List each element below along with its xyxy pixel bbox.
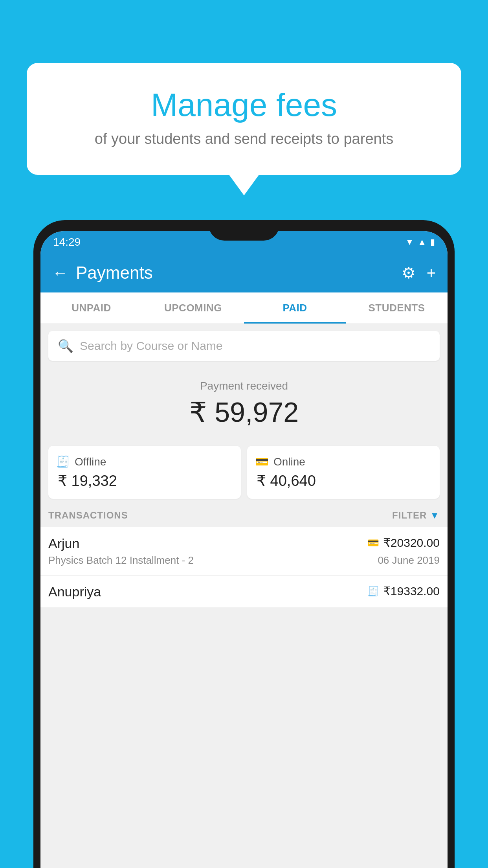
battery-icon: ▮ xyxy=(430,237,435,247)
payment-received-amount: ₹ 59,972 xyxy=(48,396,440,428)
offline-card-header: 🧾 Offline xyxy=(56,455,106,468)
app-bar-left: ← Payments xyxy=(52,263,153,283)
filter-label: FILTER xyxy=(392,510,427,521)
transaction-type-icon-2: 🧾 xyxy=(367,586,379,597)
filter-icon: ▼ xyxy=(430,510,440,521)
transaction-course-1: Physics Batch 12 Installment - 2 xyxy=(48,554,194,566)
transaction-row-2: Anupriya 🧾 ₹19332.00 xyxy=(48,584,440,600)
offline-amount: ₹ 19,332 xyxy=(56,472,117,489)
speech-bubble-subtitle: of your students and send receipts to pa… xyxy=(46,131,442,147)
transaction-amount-1: ₹20320.00 xyxy=(383,536,440,550)
tab-paid[interactable]: PAID xyxy=(244,292,346,324)
online-label: Online xyxy=(273,456,305,468)
transaction-date-1: 06 June 2019 xyxy=(378,554,440,566)
status-icons: ▼ ▲ ▮ xyxy=(405,237,435,247)
add-button[interactable]: + xyxy=(427,264,436,282)
transaction-amount-2: ₹19332.00 xyxy=(383,584,440,598)
transaction-amount-wrap-2: 🧾 ₹19332.00 xyxy=(367,584,440,598)
wifi-icon: ▼ xyxy=(405,237,414,247)
table-row[interactable]: Arjun 💳 ₹20320.00 Physics Batch 12 Insta… xyxy=(40,527,448,576)
tab-unpaid[interactable]: UNPAID xyxy=(40,292,142,324)
tab-upcoming[interactable]: UPCOMING xyxy=(142,292,244,324)
offline-label: Offline xyxy=(75,456,106,468)
search-icon: 🔍 xyxy=(58,338,73,353)
online-card: 💳 Online ₹ 40,640 xyxy=(247,446,440,499)
settings-button[interactable]: ⚙ xyxy=(402,264,416,282)
search-container[interactable]: 🔍 Search by Course or Name xyxy=(48,331,440,361)
app-bar-right: ⚙ + xyxy=(402,264,436,282)
search-input[interactable]: Search by Course or Name xyxy=(80,339,223,353)
payment-received-section: Payment received ₹ 59,972 xyxy=(40,368,448,446)
phone-notch xyxy=(209,220,279,241)
transaction-detail-row-1: Physics Batch 12 Installment - 2 06 June… xyxy=(48,554,440,566)
speech-bubble: Manage fees of your students and send re… xyxy=(27,63,461,175)
speech-bubble-title: Manage fees xyxy=(46,86,442,123)
online-icon: 💳 xyxy=(255,455,269,468)
transaction-list: Arjun 💳 ₹20320.00 Physics Batch 12 Insta… xyxy=(40,527,448,607)
transaction-row-1: Arjun 💳 ₹20320.00 xyxy=(48,536,440,551)
app-bar-title: Payments xyxy=(76,263,153,283)
transaction-amount-wrap-1: 💳 ₹20320.00 xyxy=(367,536,440,550)
phone-screen: 14:29 ▼ ▲ ▮ ← Payments ⚙ + UNPAID UPCOMI… xyxy=(40,231,448,868)
tab-students[interactable]: STUDENTS xyxy=(346,292,448,324)
status-time: 14:29 xyxy=(53,236,81,248)
online-amount: ₹ 40,640 xyxy=(255,472,316,489)
filter-button[interactable]: FILTER ▼ xyxy=(392,510,440,521)
back-button[interactable]: ← xyxy=(52,265,68,281)
phone-frame: 14:29 ▼ ▲ ▮ ← Payments ⚙ + UNPAID UPCOMI… xyxy=(33,220,455,868)
app-bar: ← Payments ⚙ + xyxy=(40,253,448,292)
transaction-type-icon-1: 💳 xyxy=(367,537,379,548)
offline-icon: 🧾 xyxy=(56,455,70,468)
transaction-name-2: Anupriya xyxy=(48,584,101,600)
content-area: 🔍 Search by Course or Name Payment recei… xyxy=(40,331,448,607)
transactions-label: TRANSACTIONS xyxy=(48,510,128,521)
transactions-header: TRANSACTIONS FILTER ▼ xyxy=(40,499,448,527)
tab-bar: UNPAID UPCOMING PAID STUDENTS xyxy=(40,292,448,324)
offline-card: 🧾 Offline ₹ 19,332 xyxy=(48,446,241,499)
transaction-name-1: Arjun xyxy=(48,536,79,551)
table-row[interactable]: Anupriya 🧾 ₹19332.00 xyxy=(40,576,448,607)
payment-received-label: Payment received xyxy=(48,380,440,392)
signal-icon: ▲ xyxy=(418,237,426,247)
online-card-header: 💳 Online xyxy=(255,455,305,468)
payment-cards: 🧾 Offline ₹ 19,332 💳 Online ₹ 40,640 xyxy=(48,446,440,499)
